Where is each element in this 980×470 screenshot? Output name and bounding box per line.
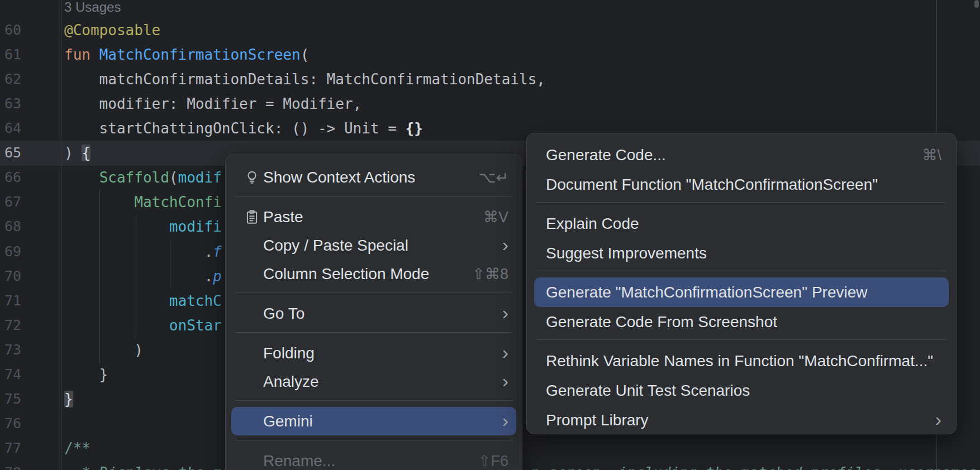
chevron-right-icon: › (502, 235, 508, 254)
line-number: 66 (0, 165, 21, 190)
line-number: 77 (0, 436, 21, 461)
menu-separator (235, 292, 513, 293)
line-number: 68 (0, 214, 21, 239)
line-number: 60 (0, 18, 21, 42)
line-number: 78 (0, 461, 21, 470)
code-line-62: 62 matchConfirmationDetails: MatchConfir… (0, 67, 980, 92)
line-number: 65 (0, 141, 21, 165)
menu-item-rethink-variable-names-in-function-matchconfirmat[interactable]: Rethink Variable Names in Function "Matc… (527, 346, 956, 376)
line-number: 73 (0, 338, 21, 362)
menu-item-label: Copy / Paste Special (263, 237, 489, 255)
menu-separator (235, 332, 513, 333)
menu-item-generate-matchconfirmationscreen-preview[interactable]: Generate "MatchConfirmationScreen" Previ… (534, 277, 949, 307)
menu-item-label: Generate "MatchConfirmationScreen" Previ… (546, 284, 941, 301)
menu-shortcut: ⌥↵ (478, 169, 508, 186)
menu-item-show-context-actions[interactable]: Show Context Actions⌥↵ (226, 163, 522, 191)
menu-item-generate-code-from-screenshot[interactable]: Generate Code From Screenshot (527, 307, 956, 337)
menu-item-label: Show Context Actions (263, 169, 465, 186)
menu-item-generate-unit-test-scenarios[interactable]: Generate Unit Test Scenarios (527, 376, 956, 405)
menu-item-column-selection-mode[interactable]: Column Selection Mode⇧⌘8 (226, 260, 522, 288)
menu-item-copy-paste-special[interactable]: Copy / Paste Special› (226, 231, 522, 260)
menu-item-folding[interactable]: Folding› (226, 339, 522, 367)
kdoc-comment-fragment: n screen, including the matched profiles… (531, 461, 977, 470)
menu-separator (537, 202, 946, 203)
menu-item-label: Go To (263, 305, 489, 323)
menu-item-label: Generate Unit Test Scenarios (546, 382, 941, 400)
line-number: 64 (0, 116, 21, 141)
menu-item-label: Paste (263, 208, 470, 226)
chevron-right-icon: › (935, 410, 941, 429)
menu-item-go-to[interactable]: Go To› (226, 299, 522, 328)
menu-item-label: Column Selection Mode (263, 265, 459, 283)
menu-item-label: Generate Code... (546, 146, 908, 164)
chevron-right-icon: › (502, 303, 508, 322)
menu-shortcut: ⇧F6 (478, 452, 508, 470)
line-number: 63 (0, 92, 21, 116)
menu-item-generate-code[interactable]: Generate Code...⌘\ (527, 140, 956, 170)
menu-item-suggest-improvements[interactable]: Suggest Improvements (527, 238, 956, 268)
menu-item-label: Analyze (263, 373, 489, 391)
usages-inlay-hint[interactable]: 3 Usages (64, 0, 121, 15)
menu-separator (235, 440, 513, 440)
line-number: 62 (0, 67, 21, 92)
menu-item-label: Document Function "MatchConfirmationScre… (546, 176, 941, 194)
menu-item-gemini[interactable]: Gemini› (231, 407, 516, 435)
menu-separator (235, 400, 513, 401)
menu-separator (537, 339, 946, 340)
line-number: 74 (0, 362, 21, 387)
line-number: 71 (0, 289, 21, 313)
menu-shortcut: ⇧⌘8 (472, 265, 508, 283)
menu-item-label: Generate Code From Screenshot (546, 313, 941, 331)
chevron-right-icon: › (502, 343, 508, 362)
gemini-submenu: Generate Code...⌘\Document Function "Mat… (526, 133, 957, 434)
menu-item-label: Prompt Library (546, 411, 922, 429)
editor-context-menu: Show Context Actions⌥↵Paste⌘VCopy / Past… (225, 155, 522, 470)
menu-shortcut: ⌘\ (922, 146, 941, 164)
menu-item-label: Explain Code (546, 215, 941, 233)
line-number: 75 (0, 387, 21, 411)
line-number: 72 (0, 313, 21, 338)
menu-shortcut: ⌘V (483, 208, 508, 226)
clipboard-icon (243, 208, 261, 226)
menu-item-label: Suggest Improvements (546, 244, 941, 262)
menu-separator (235, 196, 513, 196)
line-number: 70 (0, 264, 21, 289)
menu-item-rename: Rename...⇧F6 (226, 447, 522, 470)
lightbulb-icon (243, 169, 261, 186)
chevron-right-icon: › (502, 371, 508, 390)
line-number: 61 (0, 42, 21, 67)
code-line-61: 61fun MatchConfirmationScreen( (0, 42, 980, 67)
line-number: 76 (0, 411, 21, 436)
menu-item-label: Gemini (263, 413, 489, 430)
vertical-scrollbar-thumb[interactable] (974, 0, 979, 8)
menu-item-explain-code[interactable]: Explain Code (527, 209, 956, 238)
code-line-63: 63 modifier: Modifier = Modifier, (0, 92, 980, 116)
code-line-60: 60@Composable (0, 18, 980, 42)
menu-item-document-function-matchconfirmationscreen[interactable]: Document Function "MatchConfirmationScre… (527, 170, 956, 199)
menu-item-label: Folding (263, 344, 489, 362)
menu-item-label: Rethink Variable Names in Function "Matc… (546, 352, 941, 370)
menu-item-label: Rename... (263, 452, 465, 470)
menu-item-prompt-library[interactable]: Prompt Library› (527, 405, 956, 435)
line-number: 69 (0, 239, 21, 264)
ide-screen: 3 Usages 60@Composable61fun MatchConfirm… (0, 0, 980, 470)
line-number: 67 (0, 190, 21, 214)
chevron-right-icon: › (502, 411, 508, 430)
menu-item-analyze[interactable]: Analyze› (226, 367, 522, 396)
menu-separator (537, 271, 946, 271)
menu-item-paste[interactable]: Paste⌘V (226, 203, 522, 231)
